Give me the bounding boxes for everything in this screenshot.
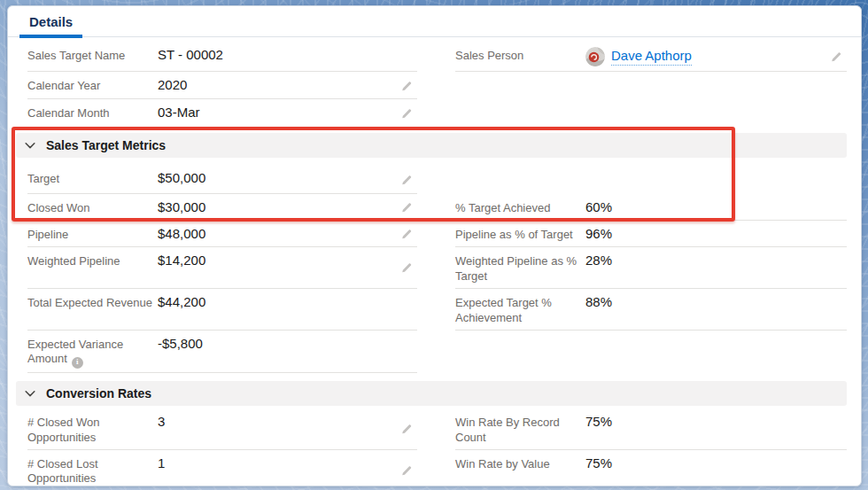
edit-icon[interactable] [400,262,412,274]
section-title: Conversion Rates [46,386,151,401]
details-panel: Details Sales Target Name ST - 00002 Sal… [7,5,862,486]
field-label: Weighted Pipeline as % Target [455,253,585,284]
field-label: Sales Target Name [27,47,158,64]
field-value: -$5,800 [158,336,203,353]
field-label: Expected Target % Achievement [455,294,585,326]
field-value: 03-Mar [158,105,200,121]
field-label: Win Rate by Value [455,455,585,472]
field-value: $30,000 [158,199,205,216]
field-weighted-pipeline-pct-target: Weighted Pipeline as % Target 28% [455,247,847,289]
field-closed-lost-opportunities: # Closed Lost Opportunities 1 [27,450,417,486]
field-value: 3 [158,414,165,431]
field-label: Sales Person [455,47,585,64]
edit-icon[interactable] [830,51,841,63]
field-closed-won-opportunities: # Closed Won Opportunities 3 [27,406,417,450]
field-label: % Target Achieved [455,199,585,216]
field-label: Total Expected Revenue [27,294,158,311]
field-value: $44,200 [158,294,205,311]
field-expected-variance-amount: Expected Variance Amounti -$5,800 [27,331,417,373]
empty-cell [455,331,847,373]
info-icon[interactable]: i [72,357,83,369]
edit-icon[interactable] [400,465,412,477]
field-weighted-pipeline: Weighted Pipeline $14,200 [27,247,417,289]
field-calendar-month: Calendar Month 03-Mar [27,99,417,128]
avatar [585,47,605,66]
field-label: # Closed Won Opportunities [27,414,158,446]
edit-icon[interactable] [400,175,412,186]
field-expected-target-pct-achievement: Expected Target % Achievement 88% [455,289,847,331]
field-value: ST - 00002 [158,47,223,64]
field-value: $50,000 [158,170,205,187]
field-label: Target [27,170,158,187]
field-label: Weighted Pipeline [27,253,158,269]
field-pct-target-achieved: % Target Achieved 60% [455,194,847,221]
field-label: Pipeline [27,226,158,243]
field-win-rate-by-value: Win Rate by Value 75% [455,450,847,486]
field-value: 75% [585,414,612,431]
field-value: 2020 [158,77,187,94]
empty-cell [455,158,847,194]
section-conversion-rates[interactable]: Conversion Rates [16,381,847,406]
field-label: # Closed Lost Opportunities [27,455,158,486]
field-calendar-year: Calendar Year 2020 [27,72,417,99]
field-value: 1 [158,455,165,472]
field-label: Calendar Year [27,77,158,94]
edit-icon[interactable] [400,229,412,240]
field-label: Win Rate By Record Count [455,414,585,446]
chevron-down-icon [24,387,36,400]
field-value: 28% [585,253,612,269]
sales-person-link[interactable]: Dave Apthorp [611,48,692,66]
chevron-down-icon [24,139,36,152]
edit-icon[interactable] [400,108,412,120]
field-pipeline: Pipeline $48,000 [27,221,417,247]
empty-cell [455,72,847,99]
field-label: Closed Won [27,199,158,216]
tab-bar: Details [8,6,861,37]
field-sales-target-name: Sales Target Name ST - 00002 [27,37,417,72]
edit-icon[interactable] [400,202,412,214]
field-pipeline-pct-of-target: Pipeline as % of Target 96% [455,221,847,247]
edit-icon[interactable] [400,81,412,92]
field-sales-person: Sales Person [455,37,847,72]
tab-details[interactable]: Details [19,8,82,36]
field-value: 88% [585,294,612,311]
field-win-rate-by-record-count: Win Rate By Record Count 75% [455,406,847,450]
field-value: 75% [585,455,612,472]
edit-icon[interactable] [400,424,412,435]
record-detail-content: Sales Target Name ST - 00002 Sales Perso… [8,37,861,486]
field-label: Pipeline as % of Target [455,226,585,243]
field-closed-won: Closed Won $30,000 [27,194,417,221]
field-value: $48,000 [158,226,205,243]
field-value: $14,200 [158,253,205,269]
field-value: 96% [585,226,612,243]
field-total-expected-revenue: Total Expected Revenue $44,200 [27,289,417,331]
field-value: 60% [585,199,612,216]
field-label: Calendar Month [27,105,158,121]
section-title: Sales Target Metrics [46,138,166,152]
section-sales-target-metrics[interactable]: Sales Target Metrics [16,133,847,158]
field-label: Expected Variance Amounti [27,336,158,369]
field-target: Target $50,000 [27,158,417,194]
empty-cell [455,99,847,128]
